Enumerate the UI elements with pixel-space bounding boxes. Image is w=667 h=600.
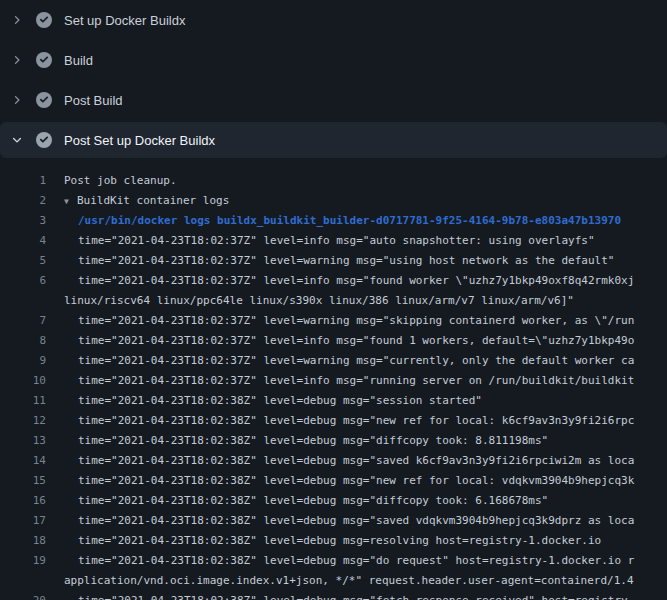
log-text: time="2021-04-23T18:02:38Z" level=debug … [78, 451, 634, 471]
chevron-down-icon[interactable] [11, 134, 23, 146]
step-post-set-up-docker-buildx[interactable]: Post Set up Docker Buildx [0, 122, 667, 158]
log-line: 11time="2021-04-23T18:02:38Z" level=debu… [0, 391, 667, 411]
line-number[interactable]: 16 [0, 491, 46, 511]
step-label: Build [64, 53, 93, 68]
line-number[interactable]: 10 [0, 371, 46, 391]
line-number[interactable]: 8 [0, 331, 46, 351]
log-text: time="2021-04-23T18:02:38Z" level=debug … [78, 391, 482, 411]
log-line: 19time="2021-04-23T18:02:38Z" level=debu… [0, 551, 667, 571]
log-text: Post job cleanup. [64, 171, 177, 191]
log-text: time="2021-04-23T18:02:37Z" level=warnin… [78, 351, 634, 371]
line-number[interactable]: 9 [0, 351, 46, 371]
check-circle-icon [36, 132, 52, 148]
log-text: time="2021-04-23T18:02:38Z" level=debug … [78, 511, 634, 531]
step-label: Post Set up Docker Buildx [64, 133, 215, 148]
log-text: time="2021-04-23T18:02:38Z" level=debug … [78, 431, 548, 451]
log-text: time="2021-04-23T18:02:37Z" level=info m… [78, 271, 634, 291]
step-post-build[interactable]: Post Build [0, 80, 667, 120]
line-number[interactable]: 4 [0, 231, 46, 251]
check-circle-icon [36, 52, 52, 68]
log-line: 17time="2021-04-23T18:02:38Z" level=debu… [0, 511, 667, 531]
log-line: 1Post job cleanup. [0, 171, 667, 191]
line-number[interactable]: 3 [0, 211, 46, 231]
log-line: 2▼BuildKit container logs [0, 191, 667, 211]
step-label: Set up Docker Buildx [64, 13, 185, 28]
check-circle-icon [36, 12, 52, 28]
log-line: 8time="2021-04-23T18:02:37Z" level=info … [0, 331, 667, 351]
step-build[interactable]: Build [0, 40, 667, 80]
log-line: application/vnd.oci.image.index.v1+json,… [0, 571, 667, 591]
line-number[interactable]: 17 [0, 511, 46, 531]
log-text: BuildKit container logs [77, 191, 229, 211]
step-set-up-docker-buildx[interactable]: Set up Docker Buildx [0, 0, 667, 40]
log-text: time="2021-04-23T18:02:37Z" level=info m… [78, 231, 595, 251]
log-text: time="2021-04-23T18:02:38Z" level=debug … [78, 551, 634, 571]
log-text: time="2021-04-23T18:02:38Z" level=debug … [78, 531, 601, 551]
collapse-group-icon[interactable]: ▼ [64, 192, 77, 211]
chevron-right-icon[interactable] [11, 54, 23, 66]
log-line: 5time="2021-04-23T18:02:37Z" level=warni… [0, 251, 667, 271]
log-text: time="2021-04-23T18:02:38Z" level=debug … [78, 491, 548, 511]
log-line: 12time="2021-04-23T18:02:38Z" level=debu… [0, 411, 667, 431]
line-number[interactable]: 2 [0, 191, 46, 211]
log-text: time="2021-04-23T18:02:37Z" level=info m… [78, 371, 634, 391]
step-list: Set up Docker Buildx Build Post Build [0, 0, 667, 158]
line-number[interactable]: 6 [0, 271, 46, 291]
line-number[interactable]: 5 [0, 251, 46, 271]
log-text: time="2021-04-23T18:02:37Z" level=warnin… [78, 251, 614, 271]
step-label: Post Build [64, 93, 123, 108]
line-number[interactable]: 15 [0, 471, 46, 491]
log-text: time="2021-04-23T18:02:38Z" level=debug … [78, 411, 634, 431]
log-line: 18time="2021-04-23T18:02:38Z" level=debu… [0, 531, 667, 551]
log-line: 3/usr/bin/docker logs buildx_buildkit_bu… [0, 211, 667, 231]
log-line: 13time="2021-04-23T18:02:38Z" level=debu… [0, 431, 667, 451]
log-line: 10time="2021-04-23T18:02:37Z" level=info… [0, 371, 667, 391]
log-line: linux/riscv64 linux/ppc64le linux/s390x … [0, 291, 667, 311]
log-line: 20time="2021-04-23T18:02:38Z" level=debu… [0, 591, 667, 600]
log-line: 4time="2021-04-23T18:02:37Z" level=info … [0, 231, 667, 251]
actions-log-viewer: Set up Docker Buildx Build Post Build [0, 0, 667, 600]
log-line: 14time="2021-04-23T18:02:38Z" level=debu… [0, 451, 667, 471]
line-number[interactable]: 1 [0, 171, 46, 191]
log-text: time="2021-04-23T18:02:37Z" level=info m… [78, 331, 634, 351]
chevron-right-icon[interactable] [11, 94, 23, 106]
line-number[interactable]: 7 [0, 311, 46, 331]
chevron-right-icon[interactable] [11, 14, 23, 26]
line-number[interactable]: 12 [0, 411, 46, 431]
line-number[interactable]: 20 [0, 591, 46, 600]
log-text: time="2021-04-23T18:02:38Z" level=debug … [78, 471, 634, 491]
log-area: 1Post job cleanup.2▼BuildKit container l… [0, 158, 667, 600]
log-line: 9time="2021-04-23T18:02:37Z" level=warni… [0, 351, 667, 371]
line-number[interactable]: 11 [0, 391, 46, 411]
log-text: application/vnd.oci.image.index.v1+json,… [64, 571, 634, 591]
line-number[interactable]: 14 [0, 451, 46, 471]
log-line: 16time="2021-04-23T18:02:38Z" level=debu… [0, 491, 667, 511]
check-circle-icon [36, 92, 52, 108]
command-text: /usr/bin/docker logs buildx_buildkit_bui… [78, 211, 621, 231]
line-number[interactable]: 18 [0, 531, 46, 551]
line-number[interactable]: 19 [0, 551, 46, 571]
log-line: 7time="2021-04-23T18:02:37Z" level=warni… [0, 311, 667, 331]
log-text: linux/riscv64 linux/ppc64le linux/s390x … [64, 291, 574, 311]
line-number[interactable]: 13 [0, 431, 46, 451]
log-text: time="2021-04-23T18:02:37Z" level=warnin… [78, 311, 634, 331]
log-text: time="2021-04-23T18:02:38Z" level=debug … [78, 591, 634, 600]
log-line: 15time="2021-04-23T18:02:38Z" level=debu… [0, 471, 667, 491]
log-line: 6time="2021-04-23T18:02:37Z" level=info … [0, 271, 667, 291]
